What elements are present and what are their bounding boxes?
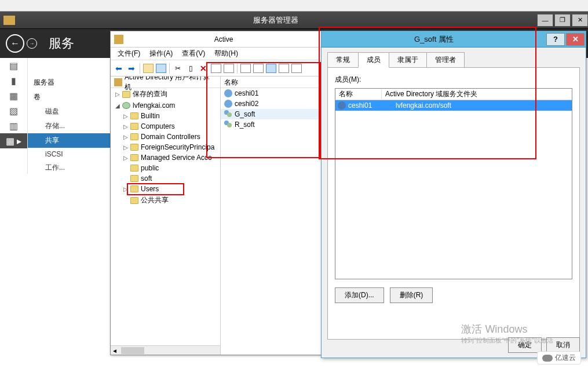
page-title: 服务 xyxy=(49,35,74,52)
tb-properties-icon[interactable] xyxy=(155,63,167,74)
tree-node[interactable]: ▷Domain Controllers xyxy=(111,132,220,142)
expander-icon[interactable]: ▷ xyxy=(123,123,130,130)
rail-server-icon[interactable]: ▮ xyxy=(0,73,27,88)
col-folder[interactable]: Active Directory 域服务文件夹 xyxy=(382,89,572,99)
user-icon xyxy=(224,100,232,108)
tree-header: Active Directory 用户和计算机 xyxy=(111,76,220,88)
tree-node[interactable]: soft xyxy=(111,173,220,184)
watermark-line2: 转到"控制面板"中的"系统"以激活 xyxy=(461,336,553,345)
maximize-button[interactable]: ❐ xyxy=(554,14,571,27)
prop-title-text: G_soft 属性 xyxy=(322,34,546,45)
member-row[interactable]: ceshi01lvfengkai.com/soft xyxy=(335,100,572,111)
tree-node[interactable]: public xyxy=(111,163,220,173)
list-item[interactable]: R_soft xyxy=(221,119,324,130)
list-item[interactable]: ceshi02 xyxy=(221,99,324,109)
sidebar-item-work[interactable]: 工作... xyxy=(28,161,110,175)
tree-node[interactable]: ▷Builtin xyxy=(111,111,220,121)
expander-icon[interactable]: ▷ xyxy=(123,144,130,151)
tb-props-icon[interactable] xyxy=(210,63,222,74)
expander-icon[interactable]: ▷ xyxy=(115,91,122,97)
rail-shares-icon[interactable]: ▦ ▸ xyxy=(0,133,27,148)
remove-button[interactable]: 删除(R) xyxy=(390,287,433,303)
tab-members[interactable]: 成员 xyxy=(358,52,389,68)
rail-dashboard-icon[interactable]: ▤ xyxy=(0,58,27,73)
tree-node[interactable]: 公共共享 xyxy=(111,194,220,206)
list-item[interactable]: ceshi01 xyxy=(221,88,324,99)
horizontal-scrollbar[interactable]: ◂ xyxy=(111,345,220,355)
folder-icon xyxy=(130,133,138,140)
tree-node[interactable]: ▷ForeignSecurityPrincipa xyxy=(111,142,220,152)
sidebar-item-shares[interactable]: 共享 xyxy=(28,133,110,148)
folder-icon xyxy=(130,185,138,192)
tb-forward-icon[interactable]: ➡ xyxy=(126,63,137,74)
tb-refresh-icon[interactable] xyxy=(223,63,235,74)
sidebar-item-disks[interactable]: 磁盘 xyxy=(28,104,110,119)
folder-icon xyxy=(130,154,138,161)
tb-action2-icon[interactable] xyxy=(253,63,264,74)
expander-icon[interactable]: ◢ xyxy=(115,103,122,109)
rail-other1-icon[interactable]: ▧ xyxy=(0,103,27,118)
expander-icon[interactable]: ▷ xyxy=(123,186,130,192)
tree-label: public xyxy=(141,164,159,172)
menu-view[interactable]: 查看(V) xyxy=(177,49,210,59)
server-manager-title-bar: 服务器管理器 — ❐ ✕ xyxy=(0,12,588,29)
sidebar-item-servers[interactable]: 服务器 xyxy=(28,75,110,90)
list-item[interactable]: G_soft xyxy=(221,109,324,119)
expander-icon[interactable]: ▷ xyxy=(123,113,130,119)
folder-icon xyxy=(130,197,138,204)
tree-label: lvfengkai.com xyxy=(133,101,175,110)
expander-icon[interactable]: ▷ xyxy=(123,134,130,140)
tb-cut-icon[interactable]: ✂ xyxy=(172,63,184,74)
add-button[interactable]: 添加(D)... xyxy=(335,287,384,303)
tree-label: 公共共享 xyxy=(141,195,169,205)
tree-node[interactable]: ▷Computers xyxy=(111,121,220,132)
tb-copy-icon[interactable]: ▯ xyxy=(185,63,196,74)
tb-action4-icon[interactable] xyxy=(278,63,290,74)
tb-action5-icon[interactable] xyxy=(291,63,302,74)
tb-delete-icon[interactable]: ✕ xyxy=(198,63,209,74)
list-item-label: ceshi02 xyxy=(235,100,258,108)
sidebar-item-iscsi[interactable]: iSCSI xyxy=(28,148,110,161)
minimize-button[interactable]: — xyxy=(537,14,553,27)
group-icon xyxy=(224,110,232,118)
members-label: 成员(M): xyxy=(335,75,572,85)
sidebar-item-volumes[interactable]: 卷 xyxy=(28,90,110,104)
tab-memberof[interactable]: 隶属于 xyxy=(389,52,427,68)
forward-button[interactable]: → xyxy=(27,38,37,49)
tab-general[interactable]: 常规 xyxy=(327,52,359,68)
rail-other2-icon[interactable]: ▥ xyxy=(0,118,27,133)
user-icon xyxy=(224,89,232,97)
tree-label: 保存的查询 xyxy=(133,89,167,99)
watermark-line1: 激活 Windows xyxy=(461,322,553,336)
expander-icon[interactable]: ▷ xyxy=(123,155,130,161)
tab-managedby[interactable]: 管理者 xyxy=(426,52,465,68)
rail-volumes-icon[interactable]: ▦ xyxy=(0,88,27,103)
app-icon xyxy=(3,16,15,25)
tb-back-icon[interactable]: ⬅ xyxy=(113,63,125,74)
members-list[interactable]: 名称 Active Directory 域服务文件夹 ceshi01lvfeng… xyxy=(335,88,572,279)
tree-node[interactable]: ▷Users xyxy=(111,184,220,194)
aduc-app-icon xyxy=(114,35,123,44)
tree-node[interactable]: ▷Managed Service Acco xyxy=(111,152,220,163)
dialog-close-button[interactable]: ✕ xyxy=(566,33,585,46)
tb-up-icon[interactable] xyxy=(143,63,154,74)
member-name: ceshi01 xyxy=(348,101,392,110)
back-button[interactable]: ← xyxy=(6,34,24,53)
tree-label: soft xyxy=(141,174,152,183)
list-header-name[interactable]: 名称 xyxy=(221,76,324,88)
menu-file[interactable]: 文件(F) xyxy=(113,49,145,59)
tb-action3-icon[interactable] xyxy=(265,63,277,74)
tb-action1-icon[interactable] xyxy=(240,63,251,74)
sidebar: 服务器 卷 磁盘 存储... 共享 iSCSI 工作... xyxy=(28,58,110,232)
sidebar-item-storage[interactable]: 存储... xyxy=(28,119,110,133)
app-strip xyxy=(0,0,588,12)
close-button[interactable]: ✕ xyxy=(572,14,588,27)
help-button[interactable]: ? xyxy=(546,33,565,46)
members-list-header: 名称 Active Directory 域服务文件夹 xyxy=(335,89,572,100)
menu-action[interactable]: 操作(A) xyxy=(145,49,177,59)
col-name[interactable]: 名称 xyxy=(335,89,382,99)
menu-help[interactable]: 帮助(H) xyxy=(210,49,243,59)
tree-label: Builtin xyxy=(141,112,160,120)
folder-icon xyxy=(130,144,138,151)
tree-node[interactable]: ◢lvfengkai.com xyxy=(111,100,220,111)
